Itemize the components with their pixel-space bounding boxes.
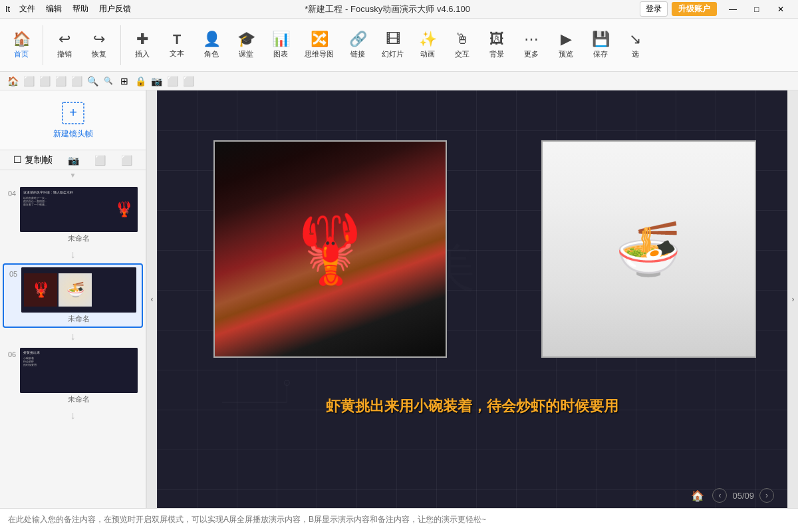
new-frame-button[interactable]: + 新建镜头帧 [0, 90, 146, 150]
toolbar-mindmap[interactable]: 🔀 思维导图 [299, 28, 339, 62]
collapse-button[interactable]: ‹ [146, 90, 157, 508]
tb2-home[interactable]: 🏠 [5, 74, 20, 88]
slide-name-04: 未命名 [20, 233, 138, 243]
toolbar-redo[interactable]: ↪ 恢复 [83, 28, 115, 62]
lobster-photo: 🦞 [215, 142, 446, 356]
toolbar-preview[interactable]: ▶ 预览 [550, 28, 582, 62]
frame-tool-4[interactable]: ⬜ [118, 154, 135, 167]
notes-expand-button[interactable]: ⤢ [782, 509, 798, 532]
prev-page-button[interactable]: ‹ [712, 488, 727, 503]
copy-frame-btn[interactable]: ☐ 复制帧 [11, 153, 55, 168]
toolbar-bg[interactable]: 🖼 背景 [481, 28, 513, 62]
insert-icon: ✚ [136, 31, 148, 48]
slideshow-icon: 🎞 [386, 31, 400, 48]
camera-frame-btn[interactable]: 📷 [65, 154, 82, 167]
toolbar-home[interactable]: 🏠 首页 [5, 28, 37, 62]
frame-tools: ☐ 复制帧 📷 ⬜ ⬜ [0, 150, 146, 170]
toolbar-more[interactable]: ⋯ 更多 [515, 28, 547, 62]
slide-sep-05-06: ↓ [0, 329, 146, 344]
secondary-toolbar: 🏠 ⬜ ⬜ ⬜ ⬜ 🔍 🔍 ⊞ 🔒 📷 ⬜ ⬜ [0, 72, 798, 90]
toolbar-save[interactable]: 💾 保存 [585, 28, 616, 62]
tb2-frame1[interactable]: ⬜ [21, 74, 36, 88]
right-collapse-panel[interactable]: › [787, 90, 798, 508]
down-arrow-04: ↓ [70, 249, 76, 261]
animation-icon: ✨ [419, 31, 437, 48]
toolbar-animation[interactable]: ✨ 动画 [412, 28, 444, 62]
notes-area: ⤢ [0, 508, 798, 532]
tb2-settings[interactable]: ⬜ [181, 74, 196, 88]
notes-input[interactable] [0, 509, 782, 532]
svg-text:+: + [69, 105, 77, 120]
slide-item-05[interactable]: 05 🦞 🍜 虾黄挑出来用小碗装着，待会炒虾的时候要用 未命名 [3, 263, 143, 328]
canvas-content: 美 食 🦞 🍜 虾黄挑出来用小碗装着，待会炒虾的时候要用 🏠 ‹ 05/09 › [157, 90, 787, 508]
undo-icon: ↩ [59, 31, 70, 48]
main-toolbar: 🏠 首页 ↩ 撤销 ↪ 恢复 ✚ 插入 T 文本 👤 角色 🎓 课堂 📊 图表 … [0, 19, 798, 72]
maximize-button[interactable]: □ [745, 3, 769, 16]
redo-icon: ↪ [93, 31, 105, 48]
slide-item-06[interactable]: 06 虾黄挑出来 小碗装着 待会炒虾 的时候要用 [3, 345, 143, 407]
toolbar-link[interactable]: 🔗 链接 [342, 28, 374, 62]
left-panel: + 新建镜头帧 ☐ 复制帧 📷 ⬜ ⬜ ▼ 04 [0, 90, 146, 508]
tb2-zoom-in[interactable]: 🔍 [85, 74, 100, 88]
menu-bar: 文件 编辑 帮助 用户反馈 [15, 2, 135, 16]
chart-icon: 📊 [272, 31, 290, 48]
slide-name-06: 未命名 [20, 394, 138, 404]
menu-feedback[interactable]: 用户反馈 [95, 2, 135, 16]
toolbar-undo[interactable]: ↩ 撤销 [49, 28, 80, 62]
toolbar-text[interactable]: T 文本 [161, 29, 193, 61]
role-icon: 👤 [203, 31, 221, 48]
tb2-export[interactable]: ⬜ [165, 74, 180, 88]
canvas-caption: 虾黄挑出来用小碗装着，待会炒虾的时候要用 [157, 396, 787, 416]
toolbar-slideshow[interactable]: 🎞 幻灯片 [376, 28, 409, 62]
slide-wrapper-04: 这道菜的名字叫做：懒人版盐水虾 以前在家吃了一次... 然后自己一直很想... … [20, 187, 138, 243]
toolbar-insert[interactable]: ✚ 插入 [126, 28, 158, 62]
main-content: + 新建镜头帧 ☐ 复制帧 📷 ⬜ ⬜ ▼ 04 [0, 90, 798, 508]
save-icon: 💾 [592, 31, 610, 48]
select-icon: ↘ [629, 31, 641, 48]
tb2-grid[interactable]: ⊞ [117, 74, 132, 88]
slide-number-04: 04 [8, 190, 20, 198]
page-home-icon[interactable]: 🏠 [691, 489, 704, 502]
toolbar-chart[interactable]: 📊 图表 [265, 28, 297, 62]
slide-item-04[interactable]: 04 这道菜的名字叫做：懒人版盐水虾 以前在家吃了一次... 然后自己一直很想.… [3, 184, 143, 246]
slide-sep-bottom: ↓ [0, 408, 146, 423]
canvas-area[interactable]: 美 食 🦞 🍜 虾黄挑出来用小碗装着，待会炒虾的时候要用 🏠 ‹ 05/09 › [157, 90, 787, 508]
slide-name-05: 未命名 [21, 314, 136, 324]
slide-wrapper-06: 虾黄挑出来 小碗装着 待会炒虾 的时候要用 未命名 [20, 348, 138, 404]
more-icon: ⋯ [524, 31, 539, 48]
menu-help[interactable]: 帮助 [68, 2, 92, 16]
toolbar-interact[interactable]: 🖱 交互 [446, 28, 478, 62]
slide-thumb-04: 这道菜的名字叫做：懒人版盐水虾 以前在家吃了一次... 然后自己一直很想... … [20, 187, 138, 232]
toolbar-class[interactable]: 🎓 课堂 [230, 28, 262, 62]
bg-icon: 🖼 [489, 31, 504, 48]
tb2-lock[interactable]: 🔒 [133, 74, 148, 88]
canvas-image-bowl[interactable]: 🍜 [541, 140, 755, 358]
tb2-frame3[interactable]: ⬜ [53, 74, 68, 88]
tb2-frame4[interactable]: ⬜ [69, 74, 84, 88]
new-frame-icon: + [61, 101, 85, 125]
tb2-camera[interactable]: 📷 [149, 74, 164, 88]
toolbar-role[interactable]: 👤 角色 [196, 28, 227, 62]
upgrade-button[interactable]: 升级账户 [672, 2, 717, 16]
canvas-image-lobster[interactable]: 🦞 [213, 140, 447, 358]
tb2-zoom-out[interactable]: 🔍 [101, 74, 116, 88]
down-arrow-06: ↓ [70, 410, 76, 422]
toolbar-select[interactable]: ↘ 选 [619, 28, 651, 62]
new-frame-label: 新建镜头帧 [53, 128, 93, 140]
thumb-lobster: 🦞 [24, 273, 57, 307]
expand-arrow[interactable]: ▼ [70, 172, 76, 179]
svg-point-14 [285, 380, 290, 386]
class-icon: 🎓 [237, 31, 255, 48]
menu-edit[interactable]: 编辑 [42, 2, 66, 16]
next-page-button[interactable]: › [759, 488, 774, 503]
tb2-frame2[interactable]: ⬜ [37, 74, 52, 88]
menu-file[interactable]: 文件 [15, 2, 39, 16]
bowl-photo: 🍜 [543, 142, 754, 356]
close-button[interactable]: ✕ [769, 3, 793, 16]
minimize-button[interactable]: — [721, 3, 745, 16]
text-icon: T [173, 32, 181, 47]
login-button[interactable]: 登录 [640, 1, 668, 17]
frame-tool-3[interactable]: ⬜ [92, 154, 108, 167]
slide-thumb-06: 虾黄挑出来 小碗装着 待会炒虾 的时候要用 [20, 348, 138, 393]
app-logo: It [5, 4, 10, 14]
